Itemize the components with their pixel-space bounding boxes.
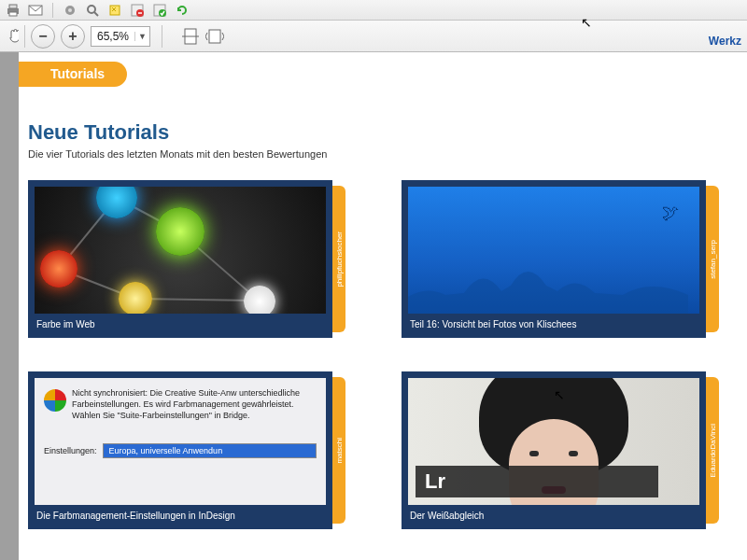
page-title: Neue Tutorials	[28, 120, 719, 145]
tutorial-caption: Teil 16: Vorsicht bei Fotos von Klischee…	[402, 314, 705, 337]
svg-rect-16	[209, 30, 220, 43]
mail-icon[interactable]	[26, 2, 45, 19]
separator	[52, 3, 53, 18]
tutorial-caption: Der Weißabgleich	[402, 505, 705, 528]
tutorial-thumb: ↖ Lr	[408, 378, 699, 505]
author-label: stefan_serp	[709, 240, 717, 279]
tools-link[interactable]: Werkz	[709, 35, 741, 48]
settings-field: Europa, universelle Anwendun	[103, 443, 317, 458]
tutorial-card[interactable]: Farbe im Web philipfuchslocher	[28, 180, 345, 338]
accept-icon[interactable]	[150, 2, 169, 19]
zoom-field[interactable]: 65,5% ▼	[91, 26, 150, 47]
author-tag: EduardoDaVinci	[706, 377, 719, 524]
tutorial-caption: Farbe im Web	[29, 314, 331, 337]
tutorial-thumb: 🕊	[408, 187, 699, 314]
author-label: philipfuchslocher	[335, 231, 344, 287]
author-label: matschi	[335, 438, 344, 464]
gear-icon[interactable]	[61, 2, 79, 19]
hand-icon[interactable]	[6, 27, 19, 46]
dialog-text: Nicht synchronisiert: Die Creative Suite…	[72, 387, 317, 421]
zoom-value[interactable]: 65,5%	[92, 30, 134, 43]
lr-badge: Lr	[416, 466, 658, 497]
chevron-down-icon[interactable]: ▼	[134, 32, 149, 41]
author-tag: stefan_serp	[706, 186, 719, 332]
toolbar-top	[0, 0, 747, 21]
bird-icon: 🕊	[662, 203, 679, 223]
zoom-in-button[interactable]: +	[61, 24, 85, 49]
svg-rect-2	[9, 12, 17, 16]
lr-text: Lr	[425, 469, 445, 494]
cursor-icon: ↖	[554, 387, 565, 402]
svg-line-7	[94, 12, 98, 16]
page: Tutorials Neue Tutorials Die vier Tutori…	[19, 52, 747, 548]
svg-line-21	[135, 299, 259, 301]
tutorial-caption: Die Farbmanagement-Einstellungen in InDe…	[29, 505, 331, 528]
zoom-out-button[interactable]: −	[31, 24, 55, 49]
svg-point-6	[88, 6, 95, 13]
toolbar-zoom: − + 65,5% ▼ Werkz	[0, 21, 747, 52]
settings-label: Einstellungen:	[44, 446, 97, 455]
tutorial-card[interactable]: ↖ Lr Der Weißabgleich EduardoDaVinci	[402, 371, 719, 529]
author-label: EduardoDaVinci	[709, 424, 717, 478]
document-area: Tutorials Neue Tutorials Die vier Tutori…	[0, 52, 747, 560]
separator	[162, 25, 162, 48]
tutorial-thumb: Nicht synchronisiert: Die Creative Suite…	[35, 378, 326, 505]
tutorial-card[interactable]: 🕊 Teil 16: Vorsicht bei Fotos von Klisch…	[402, 180, 719, 338]
reject-icon[interactable]	[128, 2, 147, 19]
note-icon[interactable]	[106, 2, 124, 19]
tutorials-tab[interactable]: Tutorials	[19, 62, 127, 87]
page-fit-icon[interactable]	[181, 28, 200, 45]
search-icon[interactable]	[83, 2, 102, 19]
tutorial-card[interactable]: Nicht synchronisiert: Die Creative Suite…	[28, 371, 345, 529]
author-tag: matschi	[332, 377, 345, 524]
separator	[24, 25, 25, 48]
svg-point-5	[68, 8, 72, 12]
tutorial-thumb	[35, 187, 326, 314]
svg-rect-1	[9, 5, 17, 8]
page-subtitle: Die vier Tutorials des letzten Monats mi…	[28, 148, 719, 160]
print-icon[interactable]	[4, 2, 22, 19]
color-wheel-icon	[44, 389, 66, 412]
author-tag: philipfuchslocher	[332, 186, 345, 332]
refresh-icon[interactable]	[173, 2, 191, 19]
page-width-icon[interactable]	[205, 28, 224, 45]
tutorials-grid: Farbe im Web philipfuchslocher 🕊 Teil 16…	[28, 180, 719, 529]
